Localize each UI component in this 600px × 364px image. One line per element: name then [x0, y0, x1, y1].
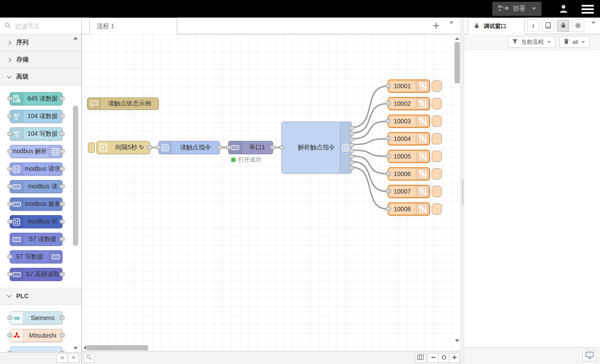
palette-node-645 读数据[interactable]: 645 读数据 [10, 92, 62, 105]
input-port[interactable] [386, 154, 391, 158]
output-port[interactable] [349, 132, 354, 136]
user-button[interactable] [558, 4, 569, 15]
flow-tab[interactable]: 流程 1 [89, 18, 177, 34]
input-port[interactable] [7, 333, 12, 337]
output-port[interactable] [60, 97, 65, 101]
palette-search-input[interactable] [14, 22, 77, 30]
output-port[interactable] [60, 237, 65, 241]
output-port[interactable] [349, 160, 354, 164]
navigator-button[interactable] [415, 353, 426, 363]
output-port[interactable] [60, 184, 65, 188]
output-port[interactable] [60, 132, 65, 136]
flow-node-解析触点指令[interactable]: 解析触点指令 [281, 122, 352, 173]
input-port[interactable] [7, 167, 12, 171]
collapse-all-button[interactable] [56, 353, 68, 363]
debug-toggle-button[interactable] [432, 203, 442, 215]
input-port[interactable] [7, 202, 12, 206]
output-port[interactable] [349, 155, 354, 159]
input-port[interactable] [7, 255, 12, 259]
help-tab-button[interactable] [542, 20, 554, 32]
debug-filter-button[interactable]: 当前流程 [508, 36, 556, 48]
debug-clear-button[interactable]: all [559, 36, 590, 48]
palette-node-Mitsubishi[interactable]: Mitsubishi [10, 329, 62, 342]
sidebar-splitter[interactable] [461, 18, 464, 364]
output-port[interactable] [60, 351, 65, 352]
scroll-up-icon[interactable] [455, 37, 459, 40]
input-port[interactable] [386, 189, 391, 193]
canvas-search-button[interactable] [84, 353, 95, 363]
scroll-left-icon[interactable] [84, 346, 86, 350]
config-tab-button[interactable] [572, 20, 584, 32]
input-port[interactable] [156, 145, 161, 149]
open-debug-window-button[interactable] [582, 350, 597, 361]
output-port[interactable] [60, 202, 65, 206]
output-port[interactable] [349, 166, 354, 170]
flow-node-10007[interactable]: 10007 [388, 185, 430, 198]
output-port[interactable] [60, 333, 65, 337]
flow-node-10006[interactable]: 10006 [388, 167, 430, 180]
output-port[interactable] [60, 114, 65, 118]
horizontal-scrollbar-thumb[interactable] [87, 345, 148, 350]
debug-toggle-button[interactable] [432, 186, 442, 197]
palette-node-modbus 读[interactable]: modbus 读 [10, 180, 62, 193]
palette-node-104 读数据[interactable]: IEC104 读数据 [10, 110, 62, 123]
flow-canvas[interactable]: 读触点状态示例间隔5秒 ↻读触点指令串口1打开成功解析触点指令100011000… [82, 34, 461, 351]
input-port[interactable] [386, 119, 391, 123]
debug-toggle-button[interactable] [432, 98, 442, 109]
input-port[interactable] [7, 316, 12, 320]
zoom-in-button[interactable] [449, 353, 460, 363]
debug-tab-button[interactable] [557, 20, 569, 32]
splitter-grip[interactable] [462, 179, 463, 206]
input-port[interactable] [226, 145, 231, 149]
output-port[interactable] [60, 149, 65, 153]
debug-toggle-button[interactable] [432, 151, 442, 162]
palette-node-modbus 服务[interactable]: modbus 服务 [10, 198, 62, 211]
flow-node-10002[interactable]: 10002 [388, 97, 430, 110]
main-menu-button[interactable] [582, 5, 594, 14]
palette-node-modbus 解析[interactable]: modbus 解析 [10, 145, 62, 158]
palette-category-header-序列[interactable]: 序列 [0, 34, 81, 51]
flow-node-读触点指令[interactable]: 读触点指令 [158, 141, 220, 154]
palette-scrollbar-thumb[interactable] [73, 105, 78, 246]
add-flow-button[interactable] [433, 22, 440, 30]
output-port[interactable] [349, 149, 354, 153]
input-port[interactable] [7, 272, 12, 276]
inject-button[interactable] [88, 142, 95, 153]
zoom-out-button[interactable] [428, 353, 439, 363]
input-port[interactable] [7, 97, 12, 101]
output-port[interactable] [217, 145, 222, 149]
palette-scrollbar[interactable] [73, 34, 79, 352]
palette-category-header-PLC[interactable]: PLC [0, 288, 81, 305]
output-port[interactable] [60, 167, 65, 171]
palette-node-modbus 请求[interactable]: modbus 请求 [10, 162, 62, 176]
palette-node-modbus 写[interactable]: modbus 写 [10, 215, 62, 228]
input-port[interactable] [386, 172, 391, 176]
zoom-reset-button[interactable] [438, 353, 449, 363]
flow-node-10005[interactable]: 10005 [388, 150, 430, 163]
flow-node-串口1[interactable]: 串口1打开成功 [228, 141, 273, 154]
scroll-down-icon[interactable] [73, 347, 78, 350]
palette-category-header-存储[interactable]: 存储 [0, 51, 81, 68]
flow-node-10008[interactable]: 10008 [388, 202, 430, 216]
flow-node-10003[interactable]: 10003 [388, 115, 430, 128]
canvas-horizontal-scrollbar[interactable] [82, 345, 454, 351]
input-port[interactable] [7, 184, 12, 188]
output-port[interactable] [60, 316, 65, 320]
scroll-up-icon[interactable] [73, 37, 78, 40]
deploy-button[interactable]: 部署 [492, 2, 542, 16]
tab-debug[interactable]: 调试窗口 [468, 18, 525, 34]
deploy-options-chevron-icon[interactable] [532, 7, 536, 10]
flow-node-间隔5秒 ↻[interactable]: 间隔5秒 ↻ [96, 141, 150, 154]
canvas-vertical-scrollbar[interactable] [454, 35, 460, 345]
vertical-scrollbar-thumb[interactable] [455, 42, 460, 83]
info-tab-button[interactable]: i [527, 20, 539, 32]
output-port[interactable] [349, 126, 354, 130]
debug-toggle-button[interactable] [432, 133, 442, 144]
debug-toggle-button[interactable] [432, 115, 442, 127]
palette-category-header-高级[interactable]: 高级 [0, 68, 81, 86]
scroll-down-icon[interactable] [455, 339, 459, 342]
sidebar-tabs-chevron[interactable] [591, 24, 596, 31]
input-port[interactable] [7, 114, 12, 118]
debug-toggle-button[interactable] [432, 168, 442, 180]
output-port[interactable] [60, 272, 65, 276]
